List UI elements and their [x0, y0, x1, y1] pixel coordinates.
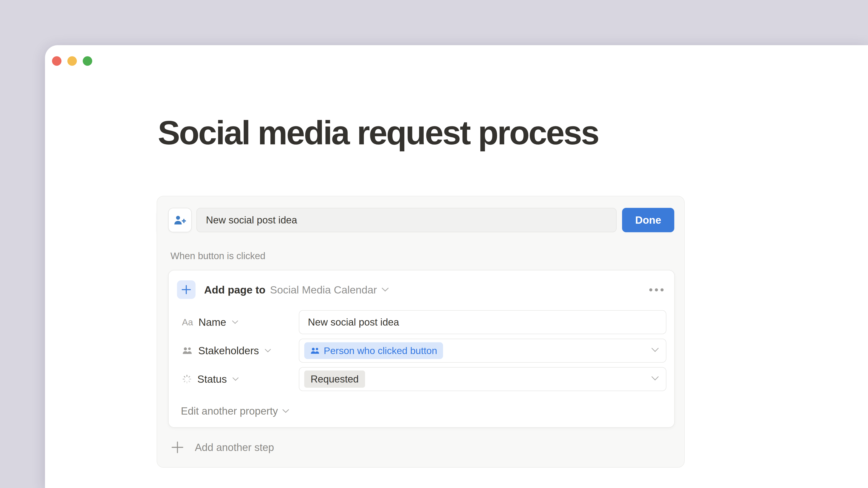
close-window-icon[interactable]	[52, 56, 61, 66]
app-window: Social media request process New social …	[45, 45, 868, 488]
button-name-input[interactable]: New social post idea	[196, 208, 617, 232]
zoom-window-icon[interactable]	[83, 56, 92, 66]
button-name-value: New social post idea	[206, 215, 297, 226]
step-menu-ellipsis-icon[interactable]	[647, 284, 665, 296]
page-title: Social media request process	[158, 113, 598, 152]
people-icon	[310, 347, 320, 354]
chevron-down-icon	[282, 409, 289, 414]
target-database-selector[interactable]: Social Media Calendar	[270, 284, 377, 296]
chevron-down-icon	[232, 320, 239, 324]
action-label: Add page to	[204, 284, 266, 296]
minimize-window-icon[interactable]	[67, 56, 77, 66]
status-property-icon	[182, 374, 192, 384]
window-controls	[52, 56, 92, 66]
property-row-stakeholders: Stakeholders	[168, 339, 674, 363]
property-selector-stakeholders[interactable]: Stakeholders	[182, 339, 271, 363]
add-page-step-card: Add page to Social Media Calendar Aa Nam…	[168, 270, 675, 428]
chevron-down-icon[interactable]	[381, 287, 389, 292]
chevron-down-icon[interactable]	[651, 347, 659, 353]
requested-status-tag[interactable]: Requested	[304, 370, 365, 388]
trigger-caption: When button is clicked	[170, 251, 266, 261]
name-value: New social post idea	[308, 317, 399, 328]
button-config-panel: New social post idea Done When button is…	[157, 196, 685, 468]
add-another-step-button[interactable]: Add another step	[171, 440, 274, 455]
person-who-clicked-tag[interactable]: Person who clicked button	[304, 342, 443, 359]
button-icon-picker[interactable]	[168, 208, 192, 232]
property-row-status: Status Requested	[168, 367, 674, 391]
property-label: Status	[197, 373, 227, 385]
status-value-select[interactable]: Requested	[299, 367, 666, 391]
property-label: Stakeholders	[198, 345, 259, 357]
chevron-down-icon	[265, 348, 271, 353]
chevron-down-icon[interactable]	[651, 376, 659, 381]
chevron-down-icon	[232, 377, 239, 381]
name-value-input[interactable]: New social post idea	[299, 310, 666, 334]
people-property-icon	[182, 347, 193, 355]
add-page-action-icon	[177, 281, 195, 299]
person-add-icon	[174, 215, 186, 225]
property-selector-status[interactable]: Status	[182, 367, 239, 391]
tag-label: Person who clicked button	[324, 345, 437, 356]
stakeholders-value-select[interactable]: Person who clicked button	[299, 339, 666, 363]
property-row-name: Aa Name New social post idea	[168, 310, 674, 334]
edit-another-property-button[interactable]: Edit another property	[181, 404, 289, 418]
property-label: Name	[198, 316, 226, 328]
text-property-icon: Aa	[182, 317, 193, 327]
property-selector-name[interactable]: Aa Name	[182, 310, 239, 334]
plus-icon	[171, 441, 184, 454]
step-header: Add page to Social Media Calendar	[204, 281, 389, 299]
done-button[interactable]: Done	[622, 208, 674, 232]
tag-label: Requested	[311, 373, 359, 385]
